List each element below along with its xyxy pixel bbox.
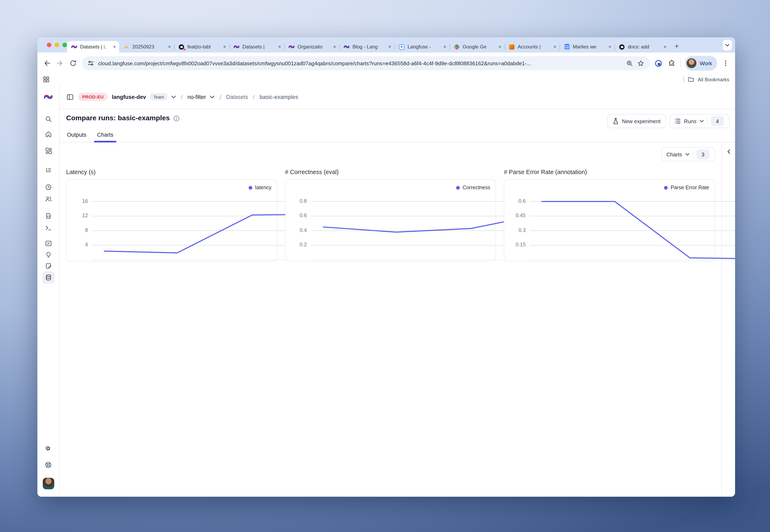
sidebar-item-annotation-queues[interactable] — [42, 260, 54, 272]
chevron-down-icon[interactable] — [210, 95, 215, 98]
bookmark-star-icon[interactable] — [637, 60, 644, 67]
browser-tab[interactable]: Marlies we× — [559, 41, 615, 53]
chart-correctness: # Correctness (eval) Correctness 0.20.40… — [285, 165, 496, 261]
y-tick-label: 16 — [67, 198, 88, 204]
environment-badge: PROD-EU — [78, 93, 108, 101]
extensions-puzzle-icon[interactable] — [667, 59, 676, 68]
breadcrumb-dataset-name[interactable]: basic-examples — [260, 94, 298, 100]
tab-close-icon[interactable]: × — [609, 44, 612, 49]
y-tick-label: 0.45 — [504, 213, 526, 219]
address-bar[interactable]: cloud.langfuse.com/project/cmfwgv8fx002o… — [82, 56, 650, 70]
sidebar-item-evaluation[interactable] — [42, 237, 54, 250]
langfuse-logo[interactable] — [37, 85, 59, 109]
app-sidebar — [37, 85, 60, 497]
chevron-down-icon — [700, 120, 704, 122]
tab-close-icon[interactable]: × — [443, 44, 446, 49]
maximize-window-button[interactable] — [62, 43, 67, 47]
tab-close-icon[interactable]: × — [388, 44, 391, 49]
collapse-panel-button[interactable] — [724, 147, 733, 156]
browser-tab[interactable]: Accounts |× — [504, 41, 559, 53]
bookmarks-bar: All Bookmarks — [37, 74, 735, 85]
sidebar-item-playground[interactable] — [42, 222, 54, 234]
site-settings-icon[interactable] — [87, 60, 94, 67]
browser-tab[interactable]: ∞20250923× — [119, 41, 174, 53]
sidebar-item-sessions[interactable] — [42, 181, 54, 193]
minimize-window-button[interactable] — [55, 43, 59, 47]
new-experiment-button[interactable]: New experiment — [607, 114, 666, 128]
y-tick-label: 0.6 — [504, 198, 526, 204]
sidebar-item-users[interactable] — [42, 193, 54, 205]
password-manager-icon[interactable] — [654, 59, 663, 68]
back-button[interactable] — [42, 59, 51, 68]
sidebar-item-insights[interactable] — [42, 249, 54, 261]
y-tick-label: 4 — [67, 242, 88, 248]
users-icon — [45, 195, 52, 203]
tab-close-icon[interactable]: × — [498, 44, 501, 49]
sidebar-item-datasets[interactable] — [42, 271, 54, 284]
runs-count-badge: 4 — [711, 116, 724, 126]
tab-close-icon[interactable]: × — [113, 44, 116, 49]
toolbar-divider — [681, 59, 681, 67]
close-window-button[interactable] — [47, 43, 51, 47]
browser-tab[interactable]: 6Langfuse -× — [394, 41, 449, 53]
profile-avatar — [687, 58, 697, 68]
chart-latency: Latency (s) latency 481216 — [66, 165, 277, 261]
forward-arrow-icon — [56, 60, 64, 67]
charts-selector-button[interactable]: Charts 3 — [661, 147, 715, 161]
apps-grid-icon[interactable] — [43, 76, 49, 83]
document-favicon-icon — [564, 44, 569, 50]
new-tab-button[interactable]: + — [671, 41, 682, 52]
panel-toggle-icon[interactable] — [66, 93, 74, 101]
chart-legend: latency — [249, 185, 271, 190]
info-icon[interactable] — [173, 115, 180, 121]
tab-title: docs: add — [628, 44, 661, 50]
breadcrumb-datasets-link[interactable]: Datasets — [226, 94, 248, 100]
browser-tab[interactable]: Datasets |× — [229, 41, 284, 53]
forward-button[interactable] — [55, 59, 64, 68]
tab-outputs[interactable]: Outputs — [66, 132, 87, 142]
sidebar-item-home[interactable] — [42, 128, 54, 140]
page-tabs: Outputs Charts — [60, 128, 735, 142]
langfuse-app: PROD-EU langfuse-dev Team / no-filter / … — [37, 85, 735, 497]
legend-dot-icon — [249, 186, 252, 189]
chart-parse-error-rate: # Parse Error Rate (annotation) Parse Er… — [504, 165, 715, 261]
tab-charts[interactable]: Charts — [96, 132, 114, 142]
user-avatar[interactable] — [42, 478, 54, 489]
breadcrumb-project[interactable]: no-filter — [187, 94, 206, 100]
browser-tab[interactable]: docs: add× — [615, 41, 670, 53]
url-text[interactable]: cloud.langfuse.com/project/cmfwgv8fx002o… — [98, 60, 622, 66]
y-tick-label: 0.2 — [285, 242, 307, 248]
folder-icon — [688, 77, 694, 82]
sidebar-item-prompts[interactable] — [42, 210, 54, 222]
tab-close-icon[interactable]: × — [333, 44, 336, 49]
tab-title: Accounts | — [518, 44, 550, 50]
sidebar-item-tracing[interactable] — [42, 164, 54, 177]
gear-icon — [44, 444, 52, 452]
breadcrumb-org[interactable]: langfuse-dev — [112, 94, 146, 100]
chevron-down-icon[interactable] — [171, 95, 176, 98]
tab-close-icon[interactable]: × — [553, 44, 556, 49]
chevron-left-icon — [727, 149, 730, 154]
browser-tab[interactable]: Google Ge× — [449, 41, 504, 53]
all-bookmarks-button[interactable]: All Bookmarks — [698, 77, 729, 82]
browser-profile-button[interactable]: Work — [685, 56, 717, 71]
lifebuoy-icon — [44, 461, 52, 469]
browser-menu-button[interactable] — [721, 59, 730, 68]
tab-close-icon[interactable]: × — [278, 44, 281, 49]
tab-close-icon[interactable]: × — [664, 44, 667, 49]
reload-button[interactable] — [69, 59, 78, 68]
tab-search-button[interactable] — [723, 40, 732, 50]
zoom-page-icon[interactable] — [626, 60, 633, 67]
sidebar-item-dashboards[interactable] — [42, 144, 54, 157]
browser-tab[interactable]: feat(io-tabl× — [174, 41, 229, 53]
tab-close-icon[interactable]: × — [168, 44, 171, 49]
tab-close-icon[interactable]: × — [223, 44, 226, 49]
browser-toolbar: cloud.langfuse.com/project/cmfwgv8fx002o… — [37, 53, 735, 74]
sidebar-item-settings[interactable] — [42, 442, 54, 454]
runs-selector-button[interactable]: Runs 4 — [669, 114, 729, 128]
sidebar-item-support[interactable] — [42, 459, 54, 471]
browser-tab[interactable]: Datasets | L× — [67, 41, 119, 53]
browser-tab[interactable]: Organizatio× — [284, 41, 339, 53]
sidebar-item-search[interactable] — [42, 113, 54, 125]
browser-tab[interactable]: Blog - Lang× — [339, 41, 394, 53]
